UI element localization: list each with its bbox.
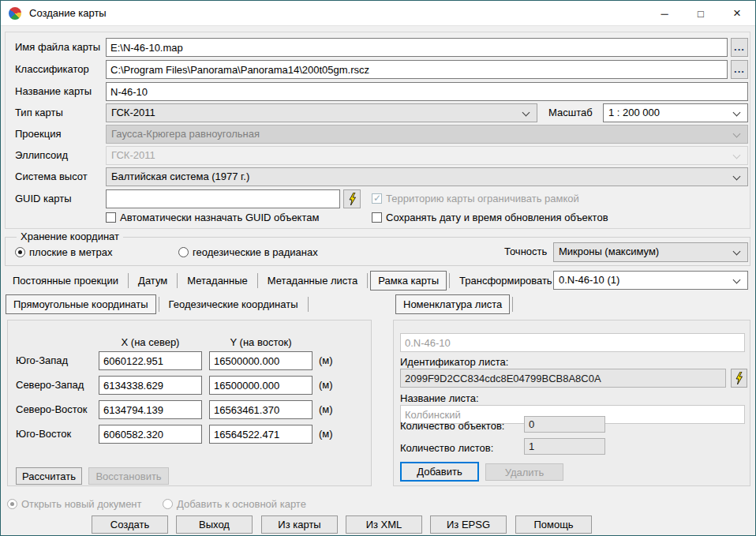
ne-x-input[interactable] — [99, 400, 202, 419]
sheet-id-label: Идентификатор листа: — [400, 356, 508, 369]
chevron-down-icon — [733, 152, 741, 159]
tab-rectangular-coords[interactable]: Прямоугольные координаты — [6, 294, 156, 314]
divider — [177, 273, 178, 288]
file-label: Имя файла карты — [15, 38, 100, 57]
radio-circle — [163, 499, 173, 509]
tab-permanent-projections[interactable]: Постоянные проекции — [6, 270, 125, 291]
nw-x-input[interactable] — [99, 376, 202, 395]
close-icon: × — [733, 6, 741, 21]
calculate-button[interactable]: Рассчитать — [16, 467, 82, 485]
generate-guid-button[interactable] — [343, 189, 361, 208]
corner-label-ne: Северо-Восток — [16, 400, 88, 419]
delete-sheet-button: Удалить — [485, 463, 563, 481]
radio-circle — [178, 247, 189, 257]
classifier-input[interactable] — [106, 60, 728, 79]
sheet-nomenclature-input[interactable] — [400, 333, 745, 352]
ne-y-input[interactable] — [209, 400, 313, 419]
radio-circle — [15, 247, 25, 257]
se-x-input[interactable] — [99, 425, 202, 444]
divider — [308, 297, 309, 312]
file-browse-button[interactable]: ... — [731, 38, 748, 57]
ellipsoid-label: Эллипсоид — [15, 146, 68, 165]
file-input[interactable] — [106, 38, 728, 57]
sheet-count-field — [524, 438, 605, 455]
chevron-down-icon — [733, 173, 741, 181]
exit-button[interactable]: Выход — [176, 515, 253, 534]
corner-label-nw: Северо-Запад — [16, 376, 84, 395]
caption-buttons: ─ □ × — [646, 1, 755, 26]
divider — [159, 297, 159, 312]
object-count-label: Количество объектов: — [400, 420, 504, 433]
lightning-icon — [735, 372, 743, 384]
checkbox-box: ✓ — [372, 193, 382, 204]
classifier-label: Классификатор — [15, 60, 89, 79]
tab-transform[interactable]: Трансформировать — [452, 270, 560, 291]
coordinate-storage-legend: Хранение координат — [17, 231, 123, 242]
radio-geodesic-radians-label: геодезические в радианах — [193, 246, 318, 258]
tab-sheet-nomenclature[interactable]: Номенклатура листа — [395, 294, 510, 314]
radio-flat-meters[interactable]: плоские в метрах — [15, 246, 112, 258]
radio-flat-meters-label: плоские в метрах — [29, 246, 112, 258]
radio-geodesic-radians[interactable]: геодезические в радианах — [178, 246, 318, 258]
chevron-down-icon — [733, 109, 741, 117]
unit-label: (м) — [319, 376, 333, 395]
column-header-x: X (на север) — [99, 336, 202, 348]
sheet-count-label: Количество листов: — [400, 442, 493, 455]
add-sheet-button[interactable]: Добавить — [400, 462, 479, 482]
tab-map-frame[interactable]: Рамка карты — [370, 271, 447, 290]
tab-sheet-metadata[interactable]: Метаданные листа — [260, 270, 365, 291]
scale-value: 1 : 200 000 — [608, 107, 660, 118]
tab-datum[interactable]: Датум — [131, 270, 174, 291]
auto-guid-checkbox[interactable]: Автоматически назначать GUID объектам — [106, 212, 319, 223]
precision-value: Микроны (максимум) — [559, 246, 659, 257]
ellipsis-icon: ... — [734, 41, 745, 53]
unit-label: (м) — [319, 400, 333, 419]
sw-x-input[interactable] — [99, 351, 202, 370]
help-button[interactable]: Помощь — [515, 515, 592, 534]
create-button[interactable]: Создать — [92, 515, 168, 534]
radio-open-new-document: Открыть новый документ — [7, 498, 142, 510]
tab-metadata[interactable]: Метаданные — [180, 270, 255, 291]
minimize-button[interactable]: ─ — [646, 1, 683, 26]
from-xml-button[interactable]: Из XML — [346, 515, 422, 534]
nomenclature-tab-strip: Номенклатура листа — [395, 294, 515, 315]
nw-y-input[interactable] — [209, 376, 313, 395]
rectangular-coords-panel: X (на север) Y (на восток) Юго-Запад (м)… — [7, 320, 372, 486]
projection-value: Гаусса-Крюгера равноугольная — [111, 128, 260, 140]
precision-label: Точность — [504, 242, 547, 261]
scale-select[interactable]: 1 : 200 000 — [603, 103, 748, 122]
divider — [512, 297, 513, 312]
corner-label-sw: Юго-Запад — [16, 351, 68, 370]
classifier-browse-button[interactable]: ... — [731, 60, 748, 79]
map-name-input[interactable] — [106, 82, 748, 101]
sw-y-input[interactable] — [209, 351, 313, 370]
save-date-checkbox[interactable]: Сохранять дату и время обновления объект… — [372, 212, 608, 223]
close-button[interactable]: × — [719, 1, 755, 26]
coords-tab-strip: Прямоугольные координаты Геодезические к… — [6, 294, 311, 315]
map-name-label: Название карты — [15, 82, 92, 101]
column-header-y: Y (на восток) — [209, 336, 313, 348]
sheet-selector-value: 0.N-46-10 (1) — [559, 274, 619, 286]
from-epsg-button[interactable]: Из EPSG — [430, 515, 507, 534]
generate-sheet-id-button[interactable] — [731, 369, 747, 388]
divider — [128, 273, 129, 288]
from-map-button[interactable]: Из карты — [261, 515, 338, 534]
divider — [449, 273, 450, 288]
projection-label: Проекция — [15, 125, 61, 144]
map-type-value: ГСК-2011 — [111, 107, 155, 118]
corner-label-se: Юго-Восток — [16, 425, 71, 444]
map-type-select[interactable]: ГСК-2011 — [106, 103, 537, 122]
tab-geodesic-coords[interactable]: Геодезические координаты — [162, 294, 305, 315]
divider — [257, 273, 258, 288]
maximize-button[interactable]: □ — [683, 1, 719, 26]
ellipsoid-value: ГСК-2011 — [111, 149, 155, 161]
radio-append-to-main-map: Добавить к основной карте — [163, 498, 306, 510]
se-y-input[interactable] — [209, 425, 313, 444]
minimize-icon: ─ — [661, 8, 668, 20]
sheet-selector[interactable]: 0.N-46-10 (1) — [553, 271, 748, 290]
guid-input[interactable] — [106, 189, 340, 208]
precision-select[interactable]: Микроны (максимум) — [553, 242, 748, 262]
create-map-dialog: Создание карты ─ □ × Имя файла карты ...… — [0, 0, 756, 536]
checkbox-box — [372, 212, 382, 223]
height-system-select[interactable]: Балтийская система (1977 г.) — [106, 167, 748, 186]
